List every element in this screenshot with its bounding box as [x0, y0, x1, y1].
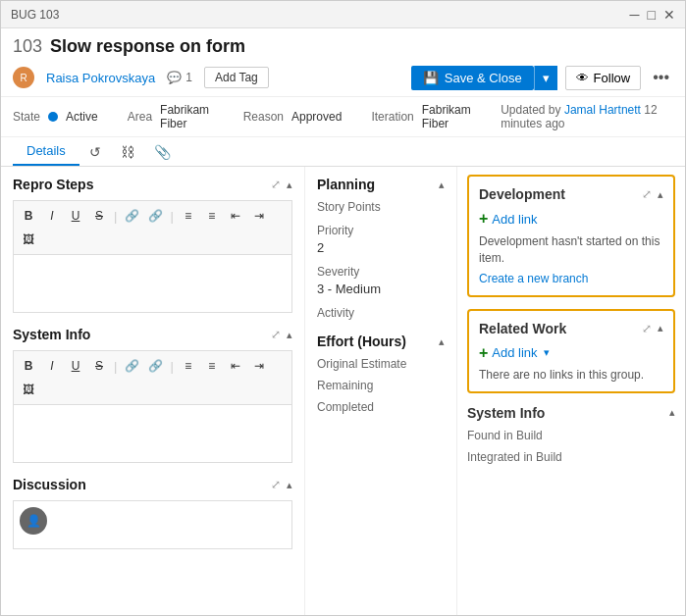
discussion-header: Discussion ⤢ ▴: [13, 477, 292, 492]
underline-button[interactable]: U: [65, 205, 86, 227]
work-item-number: 103: [13, 36, 42, 57]
tab-details[interactable]: Details: [13, 137, 79, 166]
related-work-add-link-label: Add link: [492, 345, 537, 360]
ol-button[interactable]: ≡: [201, 205, 223, 227]
iteration-label: Iteration: [371, 110, 413, 124]
related-work-collapse-icon[interactable]: ▴: [658, 322, 663, 334]
indent-dec-button[interactable]: ⇤: [225, 205, 246, 227]
related-work-dropdown-icon[interactable]: ▾: [544, 346, 550, 359]
discussion-resize-icon[interactable]: ⤢: [271, 478, 281, 491]
related-work-add-link-button[interactable]: + Add link ▾: [479, 344, 663, 362]
tab-attachments[interactable]: 📎: [144, 138, 181, 166]
system-info-left-controls: ⤢ ▴: [271, 328, 292, 341]
si-ul-button[interactable]: ≡: [178, 355, 199, 377]
development-plus-icon: +: [479, 210, 488, 228]
si-link-button2[interactable]: 🔗: [144, 355, 166, 377]
priority-value[interactable]: 2: [317, 240, 445, 255]
comment-input-box[interactable]: 👤: [13, 500, 292, 549]
planning-collapse-icon[interactable]: ▴: [439, 179, 445, 191]
effort-collapse-icon[interactable]: ▴: [439, 335, 445, 348]
integrated-in-build-label: Integrated in Build: [467, 450, 675, 464]
si-toolbar-divider1: |: [114, 359, 117, 374]
planning-header: Planning ▴: [317, 177, 445, 192]
discussion-collapse-icon[interactable]: ▴: [287, 479, 292, 491]
system-info-collapse-icon[interactable]: ▴: [287, 329, 292, 341]
no-links-text: There are no links in this group.: [479, 368, 663, 382]
bold-button[interactable]: B: [18, 205, 39, 227]
system-info-right-collapse-icon[interactable]: ▴: [669, 406, 675, 419]
image-button[interactable]: 🖼: [18, 229, 39, 250]
repro-steps-toolbar: B I U S | 🔗 🔗 | ≡ ≡ ⇤ ⇥ 🖼: [13, 200, 292, 254]
tab-history[interactable]: ↺: [79, 138, 111, 166]
effort-section: Effort (Hours) ▴ Original Estimate Remai…: [317, 334, 445, 414]
development-resize-icon[interactable]: ⤢: [642, 187, 652, 201]
si-indent-dec-button[interactable]: ⇤: [225, 355, 246, 377]
system-info-right-controls: ▴: [669, 406, 675, 419]
strikethrough-button[interactable]: S: [88, 205, 110, 227]
create-branch-link[interactable]: Create a new branch: [479, 272, 588, 285]
system-info-right-section: System Info ▴ Found in Build Integrated …: [467, 405, 675, 464]
more-options-button[interactable]: •••: [649, 65, 673, 90]
system-info-toolbar: B I U S | 🔗 🔗 | ≡ ≡ ⇤ ⇥ 🖼: [13, 350, 292, 404]
si-indent-inc-button[interactable]: ⇥: [248, 355, 270, 377]
minimize-button[interactable]: ─: [630, 7, 640, 23]
si-strikethrough-button[interactable]: S: [88, 355, 110, 377]
si-bold-button[interactable]: B: [18, 355, 39, 377]
indent-inc-button[interactable]: ⇥: [248, 205, 270, 227]
found-in-build-label: Found in Build: [467, 429, 675, 442]
related-work-section: Related Work ⤢ ▴ + Add link ▾ There are …: [467, 309, 675, 393]
follow-button[interactable]: 👁 Follow: [565, 66, 642, 90]
iteration-value: Fabrikam Fiber: [422, 103, 471, 130]
title-bar-right: ─ □ ✕: [630, 7, 675, 23]
activity-row: Activity: [317, 306, 445, 320]
si-link-button1[interactable]: 🔗: [121, 355, 142, 377]
tab-links[interactable]: ⛓: [111, 138, 144, 166]
remaining-row: Remaining: [317, 379, 445, 392]
repro-steps-title: Repro Steps: [13, 177, 93, 192]
updated-by: Jamal Hartnett: [564, 103, 641, 117]
work-item-id-label: BUG 103: [11, 8, 59, 22]
si-italic-button[interactable]: I: [41, 355, 63, 377]
maximize-button[interactable]: □: [648, 7, 656, 23]
add-tag-button[interactable]: Add Tag: [204, 67, 269, 88]
system-info-left-editor[interactable]: [13, 404, 292, 463]
ul-button[interactable]: ≡: [178, 205, 199, 227]
follow-eye-icon: 👁: [576, 71, 589, 85]
comment-count[interactable]: 💬 1: [167, 71, 192, 84]
remaining-label: Remaining: [317, 379, 445, 392]
found-in-build-row: Found in Build: [467, 429, 675, 442]
main-content: Repro Steps ⤢ ▴ B I U S | 🔗 🔗 | ≡: [1, 167, 685, 615]
state-label: State: [13, 110, 40, 124]
repro-steps-editor[interactable]: [13, 254, 292, 313]
effort-title: Effort (Hours): [317, 334, 406, 349]
development-add-link-button[interactable]: + Add link: [479, 210, 663, 228]
follow-label: Follow: [594, 71, 631, 85]
author-name[interactable]: Raisa Pokrovskaya: [46, 71, 155, 85]
repro-steps-collapse-icon[interactable]: ▴: [287, 179, 292, 191]
discussion-title: Discussion: [13, 477, 86, 492]
si-image-button[interactable]: 🖼: [18, 379, 39, 400]
severity-value[interactable]: 3 - Medium: [317, 282, 445, 296]
title-bar-left: BUG 103: [11, 8, 59, 22]
author-avatar: R: [13, 67, 34, 88]
repro-steps-header: Repro Steps ⤢ ▴: [13, 177, 292, 192]
state-bar: State Active Area Fabrikam Fiber Reason …: [1, 97, 685, 137]
si-underline-button[interactable]: U: [65, 355, 86, 377]
link-button1[interactable]: 🔗: [121, 205, 142, 227]
save-close-button[interactable]: 💾 Save & Close: [411, 66, 534, 90]
development-collapse-icon[interactable]: ▴: [658, 188, 663, 201]
system-info-resize-icon[interactable]: ⤢: [271, 328, 281, 341]
link-button2[interactable]: 🔗: [144, 205, 166, 227]
related-work-resize-icon[interactable]: ⤢: [642, 322, 652, 335]
close-button[interactable]: ✕: [663, 7, 675, 23]
header-meta-row: R Raisa Pokrovskaya 💬 1 Add Tag 💾 Save &…: [13, 65, 673, 90]
si-ol-button[interactable]: ≡: [201, 355, 223, 377]
save-close-dropdown-button[interactable]: ▾: [534, 66, 557, 90]
repro-steps-controls: ⤢ ▴: [271, 178, 292, 191]
state-value: Active: [66, 110, 98, 124]
repro-steps-resize-icon[interactable]: ⤢: [271, 178, 281, 191]
development-title: Development: [479, 186, 565, 202]
iteration-item: Iteration Fabrikam Fiber: [371, 103, 471, 130]
italic-button[interactable]: I: [41, 205, 63, 227]
state-dot: [48, 112, 58, 122]
